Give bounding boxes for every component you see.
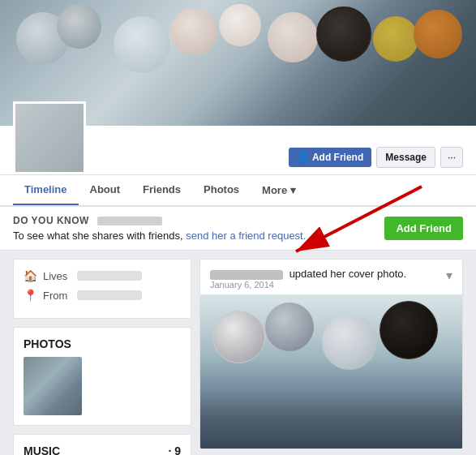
post-header: updated her cover photo. January 6, 2014… <box>200 260 462 294</box>
lives-item: 🏠 Lives <box>24 269 181 282</box>
profile-nav: Timeline About Friends Photos More ▾ <box>0 174 476 205</box>
from-value <box>77 290 142 300</box>
profile-name-area <box>86 170 289 174</box>
add-friend-banner-button[interactable]: Add Friend <box>384 217 463 240</box>
profile-action-buttons: 👤 Add Friend Message ··· <box>289 147 463 174</box>
avatar <box>13 101 86 174</box>
add-friend-button[interactable]: 👤 Add Friend <box>289 148 371 167</box>
do-you-know-banner: DO YOU KNOW To see what she shares with … <box>0 206 476 251</box>
profile-section: 👤 Add Friend Message ··· Timeline About … <box>0 126 476 206</box>
photo-thumb-image <box>24 357 82 415</box>
photos-grid <box>24 357 181 415</box>
more-button[interactable]: ··· <box>440 147 463 168</box>
add-friend-icon: 👤 <box>297 152 309 163</box>
main-content: 🏠 Lives 📍 From PHOTOS <box>0 251 476 455</box>
photos-header: PHOTOS <box>24 337 181 350</box>
tab-timeline[interactable]: Timeline <box>13 175 79 205</box>
post-timestamp: January 6, 2014 <box>210 280 406 290</box>
tab-photos[interactable]: Photos <box>192 175 251 205</box>
photo-thumbnail[interactable] <box>24 357 82 415</box>
feed-post: updated her cover photo. January 6, 2014… <box>199 259 463 449</box>
music-header: MUSIC · 9 <box>24 444 181 455</box>
pin-icon: 📍 <box>24 289 36 302</box>
send-friend-request-link[interactable]: send her a friend request. <box>186 230 306 242</box>
lives-value <box>77 271 142 281</box>
message-button[interactable]: Message <box>376 147 435 168</box>
right-feed: updated her cover photo. January 6, 2014… <box>199 259 463 455</box>
tab-about[interactable]: About <box>79 175 132 205</box>
info-box: 🏠 Lives 📍 From <box>13 259 191 319</box>
photos-section: PHOTOS <box>13 327 191 426</box>
post-options-icon[interactable]: ▾ <box>446 268 452 283</box>
post-author-name <box>210 270 283 280</box>
left-sidebar: 🏠 Lives 📍 From PHOTOS <box>13 259 191 455</box>
tab-friends[interactable]: Friends <box>131 175 192 205</box>
post-meta: updated her cover photo. January 6, 2014 <box>210 268 406 290</box>
post-image-content <box>200 294 462 449</box>
post-author-line: updated her cover photo. <box>210 268 406 280</box>
do-you-know-message: To see what she shares with friends, sen… <box>13 230 306 242</box>
from-item: 📍 From <box>24 289 181 302</box>
do-you-know-title: DO YOU KNOW <box>13 215 306 226</box>
post-image <box>200 294 462 449</box>
do-you-know-content: DO YOU KNOW To see what she shares with … <box>13 215 306 242</box>
blurred-name <box>97 217 162 225</box>
music-section: MUSIC · 9 <box>13 434 191 455</box>
home-icon: 🏠 <box>24 269 36 282</box>
tab-more[interactable]: More ▾ <box>251 176 307 204</box>
